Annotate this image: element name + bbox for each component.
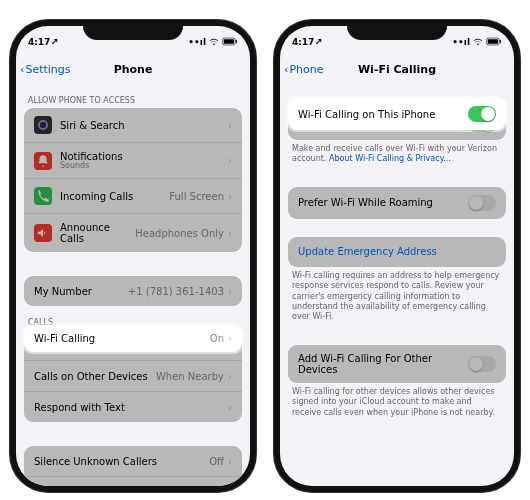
- battery-icon: [486, 37, 502, 48]
- row-wifi-on-iphone[interactable]: Wi-Fi Calling on This iPhone: [288, 98, 506, 130]
- phone-frame-1: 4:17↗ ••ıl ‹Settings Phone ALLOW PHONE T…: [10, 20, 256, 492]
- battery-icon: [222, 37, 238, 48]
- row-add-other[interactable]: Add Wi-Fi Calling For Other Devices: [288, 345, 506, 383]
- siri-label: Siri & Search: [60, 120, 228, 131]
- announce-label: Announce Calls: [60, 222, 135, 244]
- row-respond[interactable]: Respond with Text ›: [24, 392, 242, 422]
- notif-sublabel: Sounds: [60, 161, 228, 170]
- back-label: Settings: [25, 63, 70, 76]
- location-arrow-icon: ↗: [314, 37, 322, 47]
- silence-label: Silence Unknown Callers: [34, 456, 209, 467]
- row-prefer-roaming[interactable]: Prefer Wi-Fi While Roaming: [288, 187, 506, 219]
- prefer-switch[interactable]: [468, 195, 496, 211]
- phone-frame-2: 4:17↗ ••ıl ‹Phone Wi-Fi Calling Wi-Fi Ca…: [274, 20, 520, 492]
- announce-icon: [34, 224, 52, 242]
- screen-2: 4:17↗ ••ıl ‹Phone Wi-Fi Calling Wi-Fi Ca…: [280, 26, 514, 486]
- incoming-value: Full Screen: [169, 191, 224, 202]
- mynumber-value: +1 (781) 361-1403: [128, 286, 224, 297]
- footer-emergency: Wi-Fi calling requires an address to hel…: [280, 267, 514, 327]
- chevron-right-icon: ›: [228, 456, 232, 467]
- signal-icon: ••ıl: [452, 37, 470, 47]
- svg-rect-1: [224, 39, 234, 44]
- chevron-right-icon: ›: [228, 120, 232, 131]
- row-wifi-calling[interactable]: Wi-Fi Calling On ›: [24, 325, 242, 352]
- row-siri[interactable]: Siri & Search ›: [24, 108, 242, 143]
- add-other-switch[interactable]: [468, 356, 496, 372]
- prefer-label: Prefer Wi-Fi While Roaming: [298, 197, 468, 208]
- siri-icon: [34, 116, 52, 134]
- row-silence[interactable]: Silence Unknown Callers Off ›: [24, 446, 242, 477]
- row-block-id[interactable]: Call Blocking & Identification ›: [24, 477, 242, 486]
- back-label: Phone: [289, 63, 323, 76]
- section-header-access: ALLOW PHONE TO ACCESS: [16, 84, 250, 108]
- wifi-icon: [209, 36, 219, 48]
- chevron-right-icon: ›: [228, 228, 232, 239]
- phone-icon: [34, 187, 52, 205]
- row-other-devices[interactable]: Calls on Other Devices When Nearby ›: [24, 361, 242, 392]
- wifi-icon: [473, 36, 483, 48]
- incoming-label: Incoming Calls: [60, 191, 169, 202]
- chevron-left-icon: ‹: [20, 63, 24, 76]
- row-update-address[interactable]: Update Emergency Address: [288, 237, 506, 267]
- respond-label: Respond with Text: [34, 402, 228, 413]
- mynumber-label: My Number: [34, 286, 128, 297]
- nav-bar: ‹Phone Wi-Fi Calling: [280, 54, 514, 84]
- other-value: When Nearby: [156, 371, 224, 382]
- wifi-calling-label: Wi-Fi Calling: [34, 333, 210, 344]
- location-arrow-icon: ↗: [50, 37, 58, 47]
- chevron-left-icon: ‹: [284, 63, 288, 76]
- row-notifications[interactable]: NotificationsSounds ›: [24, 143, 242, 179]
- chevron-right-icon: ›: [228, 371, 232, 382]
- wifi-on-iphone-switch[interactable]: [468, 106, 496, 122]
- update-address-label: Update Emergency Address: [298, 246, 496, 257]
- add-other-label: Add Wi-Fi Calling For Other Devices: [298, 353, 468, 375]
- notifications-icon: [34, 152, 52, 170]
- about-privacy-link[interactable]: About Wi-Fi Calling & Privacy...: [329, 154, 451, 163]
- notch: [83, 20, 183, 40]
- chevron-right-icon: ›: [228, 402, 232, 413]
- nav-bar: ‹Settings Phone: [16, 54, 250, 84]
- row-mynumber[interactable]: My Number +1 (781) 361-1403 ›: [24, 276, 242, 306]
- screen-1: 4:17↗ ••ıl ‹Settings Phone ALLOW PHONE T…: [16, 26, 250, 486]
- silence-value: Off: [209, 456, 224, 467]
- signal-icon: ••ıl: [188, 37, 206, 47]
- footer-other-devices: Wi-Fi calling for other devices allows o…: [280, 383, 514, 422]
- chevron-right-icon: ›: [228, 333, 232, 344]
- svg-rect-5: [488, 39, 498, 44]
- back-button[interactable]: ‹Settings: [16, 63, 71, 76]
- chevron-right-icon: ›: [228, 286, 232, 297]
- wifi-calling-value: On: [210, 333, 224, 344]
- footer-verizon: Make and receive calls over Wi-Fi with y…: [280, 140, 514, 169]
- svg-rect-6: [500, 39, 501, 42]
- back-button[interactable]: ‹Phone: [280, 63, 323, 76]
- announce-value: Headphones Only: [135, 228, 224, 239]
- row-announce[interactable]: Announce Calls Headphones Only ›: [24, 214, 242, 252]
- svg-rect-2: [236, 39, 237, 42]
- row-incoming[interactable]: Incoming Calls Full Screen ›: [24, 179, 242, 214]
- svg-point-3: [39, 121, 47, 129]
- wifi-on-iphone-label: Wi-Fi Calling on This iPhone: [298, 109, 468, 120]
- other-label: Calls on Other Devices: [34, 371, 156, 382]
- chevron-right-icon: ›: [228, 191, 232, 202]
- notch: [347, 20, 447, 40]
- chevron-right-icon: ›: [228, 155, 232, 166]
